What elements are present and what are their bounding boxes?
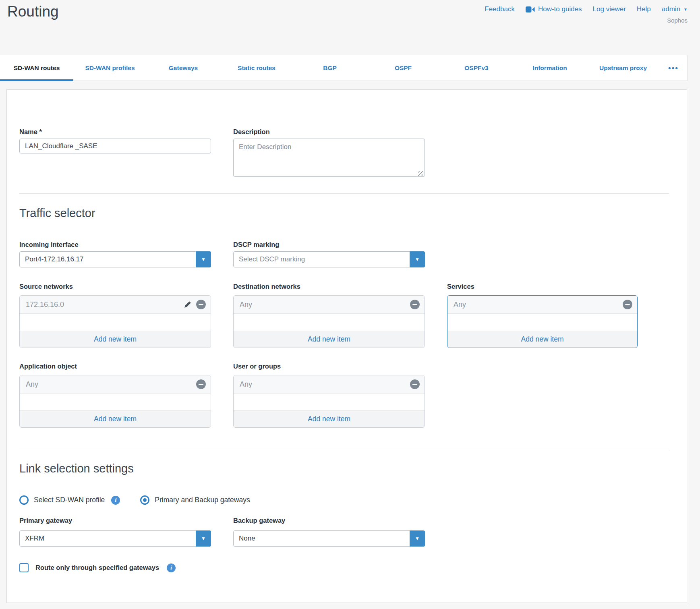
description-label: Description	[233, 128, 425, 136]
application-object-label: Application object	[19, 362, 211, 370]
traffic-selector-heading: Traffic selector	[19, 207, 95, 220]
section-divider	[19, 193, 669, 194]
remove-item-icon[interactable]	[196, 379, 206, 389]
incoming-interface-label: Incoming interface	[19, 241, 211, 249]
add-source-network-button[interactable]: Add new item	[20, 331, 211, 348]
edit-pencil-icon[interactable]	[183, 300, 192, 309]
networks-row: Source networks 172.16.16.0 Add new item…	[19, 283, 638, 348]
remove-item-icon[interactable]	[196, 300, 206, 309]
gateway-row: Primary gateway XFRM ▼ Backup gateway No…	[19, 517, 425, 547]
tab-gateways[interactable]: Gateways	[147, 55, 220, 81]
sd-wan-profile-radio[interactable]	[19, 495, 29, 505]
chevron-down-icon[interactable]: ▼	[196, 530, 211, 547]
source-networks-label: Source networks	[19, 283, 211, 290]
chevron-down-icon[interactable]: ▼	[410, 251, 425, 267]
howto-guides-link[interactable]: How-to guides	[526, 5, 582, 13]
dscp-marking-dropdown[interactable]: Select DSCP marking ▼	[233, 251, 425, 267]
more-tabs-icon[interactable]: •••	[660, 55, 687, 81]
list-empty-area	[234, 394, 425, 410]
route-only-checkbox-label[interactable]: Route only through specified gateways	[35, 564, 159, 572]
add-application-button[interactable]: Add new item	[20, 410, 211, 427]
remove-item-icon[interactable]	[410, 379, 420, 389]
primary-backup-radio-label[interactable]: Primary and Backup gateways	[155, 496, 250, 504]
application-row: Application object Any Add new item User…	[19, 362, 425, 428]
list-empty-area	[234, 314, 425, 331]
link-mode-radio-group: Select SD-WAN profile i Primary and Back…	[19, 495, 250, 505]
tab-static-routes[interactable]: Static routes	[220, 55, 293, 81]
services-listbox: Any Add new item	[447, 295, 638, 348]
add-user-group-button[interactable]: Add new item	[234, 410, 425, 427]
brand-label: Sophos	[667, 17, 688, 24]
routing-tabbar: SD-WAN routes SD-WAN profiles Gateways S…	[0, 55, 688, 81]
tab-sd-wan-profiles[interactable]: SD-WAN profiles	[73, 55, 147, 81]
list-empty-area	[20, 394, 211, 410]
info-icon[interactable]: i	[111, 496, 120, 505]
feedback-link[interactable]: Feedback	[485, 5, 515, 13]
chevron-down-icon[interactable]: ▼	[410, 530, 425, 547]
general-row: Name * Description	[19, 128, 425, 178]
primary-gateway-dropdown[interactable]: XFRM ▼	[19, 530, 211, 547]
description-textarea[interactable]	[233, 139, 425, 177]
page-title: Routing	[7, 3, 59, 20]
help-link[interactable]: Help	[637, 5, 651, 13]
sd-wan-profile-radio-label[interactable]: Select SD-WAN profile	[34, 496, 105, 504]
backup-gateway-label: Backup gateway	[233, 517, 425, 524]
list-item: Any	[234, 375, 425, 394]
destination-networks-listbox: Any Add new item	[233, 295, 425, 348]
tab-upstream-proxy[interactable]: Upstream proxy	[586, 55, 660, 81]
info-icon[interactable]: i	[167, 563, 176, 572]
chevron-down-icon: ▼	[683, 7, 688, 12]
chevron-down-icon[interactable]: ▼	[196, 251, 211, 267]
application-object-listbox: Any Add new item	[19, 375, 211, 428]
backup-gateway-dropdown[interactable]: None ▼	[233, 530, 425, 547]
link-selection-heading: Link selection settings	[19, 462, 134, 475]
log-viewer-link[interactable]: Log viewer	[593, 5, 626, 13]
admin-menu[interactable]: admin ▼	[662, 5, 688, 13]
add-destination-network-button[interactable]: Add new item	[234, 331, 425, 348]
remove-item-icon[interactable]	[410, 300, 420, 309]
tab-ospf[interactable]: OSPF	[367, 55, 440, 81]
destination-networks-label: Destination networks	[233, 283, 425, 290]
tab-bgp[interactable]: BGP	[293, 55, 367, 81]
sd-wan-route-form-card: Name * Description Traffic selector Inco…	[6, 89, 687, 603]
tab-information[interactable]: Information	[513, 55, 586, 81]
section-divider	[19, 449, 669, 449]
list-empty-area	[20, 314, 211, 331]
list-item: Any	[20, 375, 211, 394]
route-only-row: Route only through specified gateways i	[19, 563, 176, 572]
list-item: Any	[447, 296, 637, 314]
dscp-marking-label: DSCP marking	[233, 241, 425, 249]
tab-ospfv3[interactable]: OSPFv3	[440, 55, 513, 81]
video-camera-icon	[526, 6, 535, 12]
primary-backup-radio[interactable]	[140, 495, 149, 505]
list-item: Any	[234, 296, 425, 314]
services-label: Services	[447, 283, 638, 290]
top-nav: Feedback How-to guides Log viewer Help a…	[485, 5, 688, 13]
tab-sd-wan-routes[interactable]: SD-WAN routes	[0, 55, 73, 81]
source-networks-listbox: 172.16.16.0 Add new item	[19, 295, 211, 348]
primary-gateway-label: Primary gateway	[19, 517, 211, 524]
remove-item-icon[interactable]	[623, 300, 632, 309]
route-only-checkbox[interactable]	[19, 563, 29, 572]
user-groups-listbox: Any Add new item	[233, 375, 425, 428]
interface-row: Incoming interface Port4-172.16.16.17 ▼ …	[19, 241, 425, 267]
incoming-interface-dropdown[interactable]: Port4-172.16.16.17 ▼	[19, 251, 211, 267]
name-label: Name *	[19, 128, 211, 136]
list-empty-area	[447, 314, 637, 331]
list-item: 172.16.16.0	[20, 296, 211, 314]
add-service-button[interactable]: Add new item	[447, 331, 637, 348]
user-groups-label: User or groups	[233, 362, 425, 370]
page-header: Routing Feedback How-to guides Log viewe…	[0, 0, 700, 55]
name-input[interactable]	[19, 139, 211, 153]
